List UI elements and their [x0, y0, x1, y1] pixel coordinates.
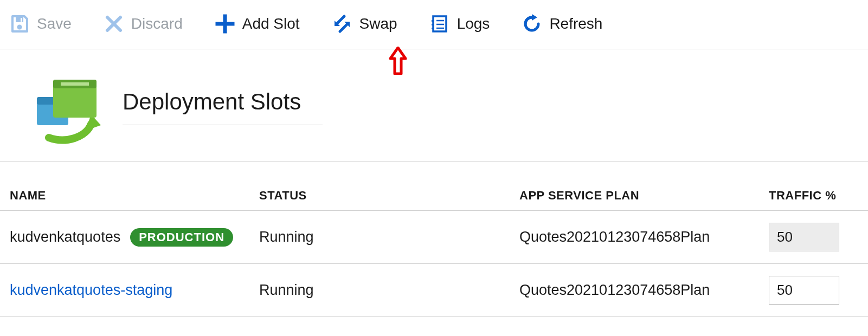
- table-row: kudvenkatquotes-staging Running Quotes20…: [0, 264, 868, 317]
- col-name: NAME: [10, 189, 259, 203]
- page-header: Deployment Slots: [0, 49, 868, 161]
- swap-label: Swap: [359, 15, 397, 33]
- slots-table: NAME STATUS APP SERVICE PLAN TRAFFIC % k…: [0, 161, 868, 317]
- swap-icon: [332, 14, 352, 34]
- col-plan: APP SERVICE PLAN: [519, 189, 769, 203]
- svg-line-7: [337, 16, 344, 24]
- traffic-input: [769, 223, 839, 251]
- svg-rect-14: [432, 28, 434, 29]
- slot-name-link[interactable]: kudvenkatquotes-staging: [10, 282, 259, 299]
- save-icon: [10, 14, 29, 34]
- slot-status: Running: [259, 282, 519, 299]
- refresh-icon: [522, 14, 542, 34]
- slot-name-cell: kudvenkatquotes PRODUCTION: [10, 228, 259, 247]
- slot-traffic-cell: [769, 223, 868, 251]
- slot-plan: Quotes20210123074658Plan: [519, 229, 769, 245]
- traffic-input[interactable]: [769, 276, 839, 305]
- svg-rect-1: [21, 18, 22, 22]
- col-status: STATUS: [259, 189, 519, 203]
- logs-icon: [430, 14, 449, 34]
- slot-status: Running: [259, 229, 519, 245]
- table-row: kudvenkatquotes PRODUCTION Running Quote…: [0, 211, 868, 264]
- production-badge: PRODUCTION: [130, 228, 233, 247]
- logs-button[interactable]: Logs: [430, 14, 490, 34]
- svg-point-2: [17, 25, 22, 30]
- discard-button: Discard: [104, 14, 183, 34]
- svg-rect-25: [61, 82, 89, 86]
- refresh-button[interactable]: Refresh: [522, 14, 602, 34]
- slot-plan: Quotes20210123074658Plan: [519, 282, 769, 299]
- svg-rect-13: [432, 24, 434, 25]
- swap-button[interactable]: Swap: [332, 14, 397, 34]
- toolbar: Save Discard Add Slot: [0, 0, 868, 49]
- page-title: Deployment Slots: [123, 86, 323, 125]
- table-header-row: NAME STATUS APP SERVICE PLAN TRAFFIC %: [0, 161, 868, 211]
- deployment-slots-icon: [22, 64, 103, 146]
- refresh-label: Refresh: [549, 15, 602, 33]
- discard-icon: [104, 14, 124, 34]
- svg-line-9: [340, 24, 348, 31]
- slot-traffic-cell: [769, 276, 868, 305]
- slot-name: kudvenkatquotes: [10, 229, 120, 245]
- plus-icon: [215, 14, 235, 34]
- discard-label: Discard: [131, 15, 183, 33]
- save-button: Save: [10, 14, 72, 34]
- logs-label: Logs: [457, 15, 490, 33]
- add-slot-label: Add Slot: [242, 15, 300, 33]
- svg-rect-12: [432, 20, 434, 22]
- add-slot-button[interactable]: Add Slot: [215, 14, 300, 34]
- col-traffic: TRAFFIC %: [769, 189, 868, 203]
- save-label: Save: [37, 15, 72, 33]
